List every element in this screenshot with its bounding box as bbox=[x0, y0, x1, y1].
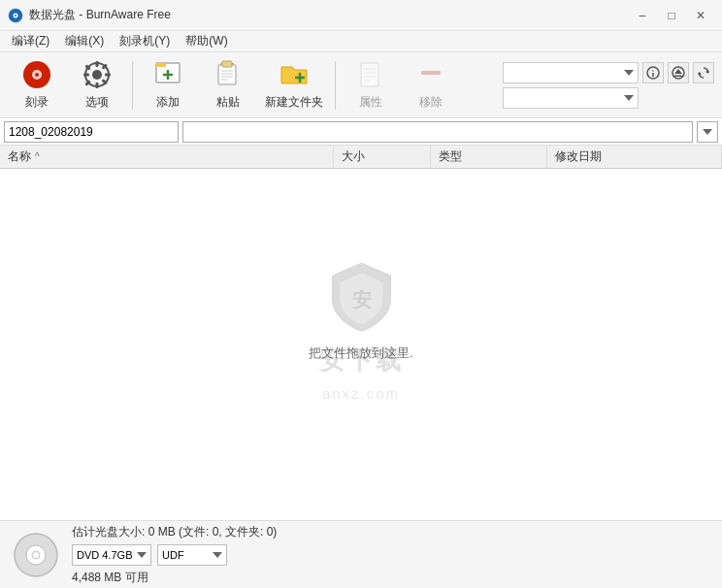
watermark: 安 安下载 anxz.com bbox=[319, 258, 404, 402]
toolbar-drive-row bbox=[503, 62, 714, 83]
column-headers: 名称 ^ 大小 类型 修改日期 bbox=[0, 146, 722, 169]
window-title: 数据光盘 - BurnAware Free bbox=[29, 7, 171, 23]
svg-rect-37 bbox=[652, 73, 654, 77]
minimize-button[interactable]: – bbox=[629, 6, 656, 25]
speed-select[interactable] bbox=[503, 87, 639, 109]
drive-select[interactable] bbox=[503, 62, 639, 83]
watermark-text-en: anxz.com bbox=[322, 385, 400, 402]
newfolder-icon bbox=[279, 59, 310, 90]
paste-label: 粘贴 bbox=[216, 94, 240, 111]
disc-size-info: 估计光盘大小: 0 MB (文件: 0, 文件夹: 0) bbox=[72, 524, 277, 540]
disc-status-icon bbox=[12, 531, 60, 579]
options-label: 选项 bbox=[85, 94, 109, 111]
svg-rect-34 bbox=[421, 71, 441, 75]
path-dropdown-button[interactable] bbox=[697, 121, 718, 143]
app-icon bbox=[8, 8, 23, 23]
title-bar-left: 数据光盘 - BurnAware Free bbox=[8, 7, 171, 23]
filesystem-select[interactable]: UDF ISO 9660 ISO+UDF bbox=[157, 544, 227, 566]
svg-rect-10 bbox=[105, 74, 111, 77]
status-info: 估计光盘大小: 0 MB (文件: 0, 文件夹: 0) DVD 4.7GB D… bbox=[72, 524, 277, 586]
toolbar: 刻录 选项 bbox=[0, 52, 722, 118]
svg-marker-41 bbox=[706, 70, 708, 74]
column-type[interactable]: 类型 bbox=[431, 146, 547, 168]
toolbar-right bbox=[503, 62, 714, 109]
options-button[interactable]: 选项 bbox=[68, 58, 126, 113]
sort-arrow: ^ bbox=[35, 151, 40, 162]
options-icon bbox=[82, 59, 113, 90]
drop-hint: 把文件拖放到这里. bbox=[309, 344, 413, 362]
drive-eject-button[interactable] bbox=[668, 62, 689, 83]
newfolder-button[interactable]: 新建文件夹 bbox=[259, 58, 329, 113]
toolbar-speed-row bbox=[503, 87, 714, 109]
address-bar bbox=[0, 118, 722, 146]
svg-rect-17 bbox=[156, 63, 166, 67]
watermark-shield-icon: 安 bbox=[322, 258, 400, 336]
burn-icon bbox=[21, 59, 52, 90]
svg-point-47 bbox=[34, 553, 38, 557]
title-bar: 数据光盘 - BurnAware Free – □ ✕ bbox=[0, 0, 722, 31]
svg-point-5 bbox=[35, 73, 39, 77]
svg-rect-21 bbox=[218, 65, 236, 84]
toolbar-separator-2 bbox=[335, 61, 336, 110]
disc-type-select[interactable]: DVD 4.7GB DVD 8.5GB CD 700MB bbox=[72, 544, 151, 566]
disc-label-input[interactable] bbox=[4, 121, 179, 143]
menu-compile[interactable]: 编译(Z) bbox=[4, 31, 57, 51]
properties-button[interactable]: 属性 bbox=[342, 58, 400, 113]
paste-icon bbox=[213, 59, 244, 90]
svg-point-7 bbox=[92, 70, 102, 80]
column-size[interactable]: 大小 bbox=[334, 146, 431, 168]
burn-label: 刻录 bbox=[25, 94, 49, 111]
svg-point-36 bbox=[652, 70, 654, 72]
svg-rect-11 bbox=[83, 74, 89, 77]
menu-burner[interactable]: 刻录机(Y) bbox=[112, 31, 178, 51]
properties-icon bbox=[355, 59, 386, 90]
menu-edit[interactable]: 编辑(X) bbox=[57, 31, 112, 51]
properties-label: 属性 bbox=[359, 94, 382, 111]
close-button[interactable]: ✕ bbox=[687, 6, 714, 25]
svg-rect-22 bbox=[222, 61, 232, 67]
remove-icon bbox=[415, 59, 446, 90]
remove-button[interactable]: 移除 bbox=[402, 58, 460, 113]
paste-button[interactable]: 粘贴 bbox=[199, 58, 257, 113]
drive-refresh-button[interactable] bbox=[693, 62, 714, 83]
svg-marker-42 bbox=[699, 72, 702, 76]
column-name[interactable]: 名称 ^ bbox=[0, 146, 334, 168]
svg-rect-8 bbox=[96, 61, 99, 67]
file-area[interactable]: 安 安下载 anxz.com 把文件拖放到这里. bbox=[0, 169, 722, 520]
svg-rect-9 bbox=[96, 82, 99, 88]
svg-rect-40 bbox=[674, 75, 682, 77]
add-icon bbox=[152, 59, 183, 90]
add-label: 添加 bbox=[156, 94, 180, 111]
free-space-info: 4,488 MB 可用 bbox=[72, 570, 277, 586]
menu-help[interactable]: 帮助(W) bbox=[178, 31, 235, 51]
column-date[interactable]: 修改日期 bbox=[547, 146, 722, 168]
svg-rect-29 bbox=[361, 63, 378, 86]
newfolder-label: 新建文件夹 bbox=[265, 94, 323, 111]
add-button[interactable]: 添加 bbox=[139, 58, 197, 113]
menu-bar: 编译(Z) 编辑(X) 刻录机(Y) 帮助(W) bbox=[0, 31, 722, 52]
burn-button[interactable]: 刻录 bbox=[8, 58, 66, 113]
svg-text:安: 安 bbox=[350, 289, 371, 310]
status-bar: 估计光盘大小: 0 MB (文件: 0, 文件夹: 0) DVD 4.7GB D… bbox=[0, 520, 722, 588]
maximize-button[interactable]: □ bbox=[658, 6, 685, 25]
svg-point-2 bbox=[15, 15, 16, 16]
svg-marker-39 bbox=[674, 69, 682, 74]
drive-info-button[interactable] bbox=[642, 62, 664, 83]
toolbar-separator-1 bbox=[132, 61, 133, 110]
path-display bbox=[182, 121, 693, 143]
title-controls: – □ ✕ bbox=[629, 6, 714, 25]
status-controls: DVD 4.7GB DVD 8.5GB CD 700MB UDF ISO 966… bbox=[72, 544, 277, 566]
remove-label: 移除 bbox=[419, 94, 443, 111]
